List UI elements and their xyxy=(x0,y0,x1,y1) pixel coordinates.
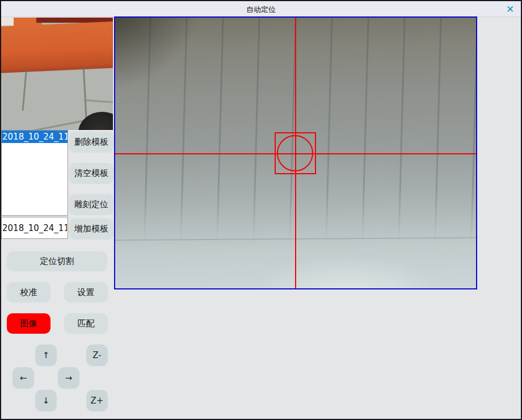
add-template-button[interactable]: 增加模板 xyxy=(69,219,113,240)
clear-template-button[interactable]: 清空模板 xyxy=(69,163,113,184)
title-bar: 自动定位 ✕ xyxy=(1,1,521,17)
window-title: 自动定位 xyxy=(1,5,521,15)
template-list[interactable]: 2018_10_24_11 xyxy=(1,130,68,216)
template-name-input[interactable] xyxy=(1,217,68,239)
match-button[interactable]: 匹配 xyxy=(64,313,108,334)
calibrate-button[interactable]: 校准 xyxy=(7,282,50,303)
settings-button[interactable]: 设置 xyxy=(64,282,108,303)
jog-down-button[interactable]: ↓ xyxy=(35,390,57,411)
target-circle xyxy=(277,135,313,171)
thumb-orange-board xyxy=(1,21,113,73)
jog-z-minus-button[interactable]: Z- xyxy=(86,345,108,366)
image-button[interactable]: 图像 xyxy=(7,313,50,334)
list-item[interactable]: 2018_10_24_11 xyxy=(2,131,68,143)
position-cut-button[interactable]: 定位切割 xyxy=(7,251,107,271)
jog-z-plus-button[interactable]: Z+ xyxy=(86,390,108,411)
thumb-tile-line xyxy=(83,65,87,117)
template-thumbnail[interactable] xyxy=(1,18,113,130)
jog-up-button[interactable]: ↑ xyxy=(35,345,57,366)
thumb-tile-line xyxy=(22,66,28,111)
thumb-dark-object xyxy=(78,112,113,130)
camera-view[interactable] xyxy=(114,16,477,289)
jog-right-button[interactable]: → xyxy=(58,367,79,389)
delete-template-button[interactable]: 删除模板 xyxy=(69,132,113,153)
thumb-tile-line xyxy=(86,99,113,103)
auto-position-window: 自动定位 ✕ 2018_10_24_11 删除模板 清空模板 雕刻定位 增加模板… xyxy=(0,0,522,420)
jog-left-button[interactable]: ← xyxy=(12,367,34,389)
close-icon[interactable]: ✕ xyxy=(504,3,516,15)
engrave-position-button[interactable]: 雕刻定位 xyxy=(69,194,113,215)
